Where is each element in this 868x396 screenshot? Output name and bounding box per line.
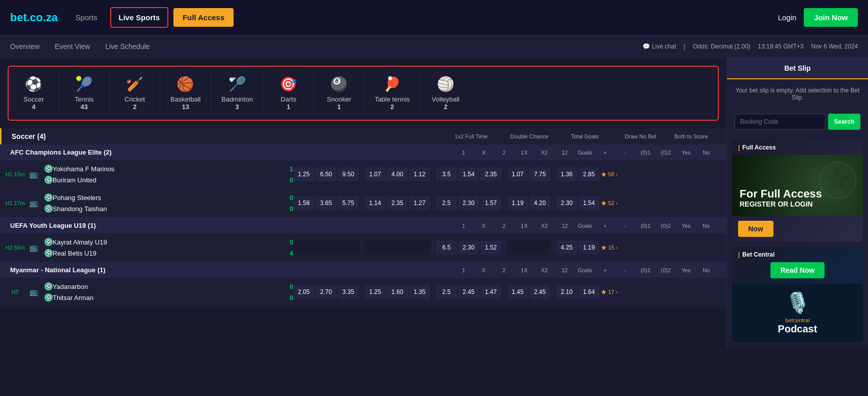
odd-btn-11[interactable]: 4.25	[556, 240, 577, 255]
nav-live-sports[interactable]: Live Sports	[110, 7, 169, 28]
odd-btn-6[interactable]: 2.5	[436, 285, 457, 299]
podcast-brand: betcentral	[785, 317, 809, 323]
odd-btn-8[interactable]: 1.47	[480, 285, 501, 299]
sport-item-soccer[interactable]: ⚽ Soccer 4	[9, 72, 59, 115]
favorite-button[interactable]: ★	[601, 170, 607, 178]
league-col: 12	[555, 267, 575, 273]
odd-btn-11[interactable]: 1.36	[556, 167, 577, 181]
odd-btn-9[interactable]: 1.19	[507, 196, 528, 210]
stream-icon[interactable]: 📺	[29, 243, 38, 252]
sport-item-basketball[interactable]: 🏀 Basketball 13	[160, 72, 211, 115]
booking-code-input[interactable]	[735, 114, 826, 130]
odds-columns: 1.583.655.75 1.142.351.27 2.52.301.57 1.…	[293, 195, 721, 211]
sub-nav-right: 💬 Live chat | Odds: Decimal (2.00) 13:18…	[643, 43, 858, 50]
separator	[504, 167, 505, 182]
odd-btn-0[interactable]: 1.25	[293, 167, 314, 181]
odd-btn-1[interactable]: 2.70	[315, 285, 337, 299]
odd-btn-4[interactable]: 2.35	[387, 196, 408, 210]
team-name-2: Real Betis U19	[53, 250, 283, 257]
separator	[504, 284, 505, 300]
odd-btn-9[interactable]: 1.07	[507, 167, 528, 181]
sport-item-cricket[interactable]: 🏏 Cricket 2	[110, 72, 160, 115]
odd-btn-0[interactable]: 2.05	[293, 285, 314, 299]
odd-btn-5[interactable]: 1.35	[409, 285, 430, 299]
odd-btn-3[interactable]: 1.07	[364, 167, 386, 181]
odd-btn-12[interactable]: 1.19	[578, 240, 600, 255]
odd-btn-2[interactable]: 9.50	[338, 167, 359, 181]
subnav-overview[interactable]: Overview	[10, 40, 39, 53]
odd-btn-4[interactable]: 4.00	[387, 167, 408, 181]
sport-item-tennis[interactable]: 🎾 Tennis 43	[59, 72, 110, 115]
odd-btn-5[interactable]: 1.12	[409, 167, 430, 181]
sport-item-badminton[interactable]: 🏸 Badminton 3	[211, 72, 263, 115]
odd-btn-12[interactable]: 2.85	[578, 167, 600, 181]
team-name-2: Thitsar Arman	[53, 294, 283, 302]
odd-btn-8[interactable]: 1.52	[480, 240, 501, 255]
podcast-section: 🎙️ betcentral Podcast	[732, 283, 863, 342]
league-cols: 1X21XX212Goals+-(0)1(0)2YesNo	[453, 267, 716, 273]
sport-item-snooker[interactable]: 🎱 Snooker 1	[314, 72, 364, 115]
sport-item-table-tennis[interactable]: 🏓 Table tennis 2	[364, 72, 420, 115]
subnav-live-schedule[interactable]: Live Schedule	[105, 40, 150, 53]
promo-image: For Full Access REGISTER OR LOGIN	[732, 155, 863, 216]
odd-btn-7[interactable]: 2.30	[458, 196, 479, 210]
favorite-button[interactable]: ★	[601, 243, 607, 252]
odd-btn-6[interactable]: 3.5	[436, 167, 457, 181]
odd-btn-12[interactable]: 1.54	[578, 196, 600, 210]
live-chat-link[interactable]: 💬 Live chat	[643, 43, 676, 50]
stream-icon[interactable]: 📺	[29, 170, 38, 178]
league-col: 1X	[514, 150, 534, 156]
separator	[553, 284, 554, 300]
sport-item-volleyball[interactable]: 🏐 Volleyball 2	[421, 72, 471, 115]
odd-btn-10[interactable]: 4.20	[529, 196, 551, 210]
more-odds-button[interactable]: 17 ›	[608, 289, 618, 295]
team-name-1: Yokohama F Marinos	[53, 165, 283, 173]
odd-btn-7[interactable]: 2.30	[458, 240, 479, 255]
read-now-button[interactable]: Read Now	[770, 262, 825, 278]
favorite-button[interactable]: ★	[601, 288, 607, 296]
nav-full-access-btn[interactable]: Full Access	[173, 8, 234, 27]
more-odds-button[interactable]: 15 ›	[608, 244, 618, 251]
sport-name: Volleyball	[432, 95, 460, 103]
promo-now-button[interactable]: Now	[738, 221, 773, 237]
odd-btn-6[interactable]: 2.5	[436, 196, 457, 210]
odd-btn-8[interactable]: 2.35	[480, 167, 501, 181]
odd-btn-4[interactable]: 1.60	[387, 285, 408, 299]
odd-btn-2[interactable]: 5.75	[338, 196, 359, 210]
odd-btn-11[interactable]: 2.30	[556, 196, 577, 210]
odd-btn-10[interactable]: 2.45	[529, 285, 551, 299]
more-odds-button[interactable]: 58 ›	[608, 171, 618, 177]
odd-btn-11[interactable]: 2.10	[556, 285, 577, 299]
league-col: X2	[534, 267, 555, 273]
more-odds-button[interactable]: 52 ›	[608, 200, 618, 206]
logo[interactable]: bet.co.za	[10, 11, 58, 24]
favorite-button[interactable]: ★	[601, 199, 607, 207]
odd-btn-1[interactable]: 6.50	[315, 167, 337, 181]
odd-btn-8[interactable]: 1.57	[480, 196, 501, 210]
sport-item-darts[interactable]: 🎯 Darts 1	[263, 72, 314, 115]
login-button[interactable]: Login	[778, 13, 797, 22]
stream-icon[interactable]: 📺	[29, 288, 38, 296]
team-name-1: Yadanarbon	[53, 283, 283, 290]
odd-btn-7[interactable]: 1.54	[458, 167, 479, 181]
nav-sports[interactable]: Sports	[73, 8, 100, 27]
booking-search-button[interactable]: Search	[828, 114, 860, 130]
odd-btn-9[interactable]: 1.45	[507, 285, 528, 299]
odd-btn-3[interactable]: 1.25	[364, 285, 386, 299]
stream-icon[interactable]: 📺	[29, 199, 38, 207]
subnav-event-view[interactable]: Event View	[55, 40, 90, 53]
odd-btn-3[interactable]: 1.14	[364, 196, 386, 210]
odds-selector[interactable]: Odds: Decimal (2.00)	[693, 43, 750, 50]
match-row: H2 56m 📺 ⚽ Kayrat Almaty U19 0 ⚽ Real Be…	[0, 233, 726, 262]
odd-btn-0[interactable]: 1.58	[293, 196, 314, 210]
odd-btn-5[interactable]: 1.27	[409, 196, 430, 210]
odd-btn-7[interactable]: 2.45	[458, 285, 479, 299]
odd-btn-2[interactable]: 3.35	[338, 285, 359, 299]
odd-btn-1[interactable]: 3.65	[315, 196, 337, 210]
odd-btn-6[interactable]: 6.5	[436, 240, 457, 255]
odd-btn-10[interactable]: 7.75	[529, 167, 551, 181]
team-score-2: 0	[283, 294, 293, 302]
odd-btn-12[interactable]: 1.64	[578, 285, 600, 299]
join-now-button[interactable]: Join Now	[804, 8, 858, 27]
team-score-1: 0	[283, 283, 293, 290]
